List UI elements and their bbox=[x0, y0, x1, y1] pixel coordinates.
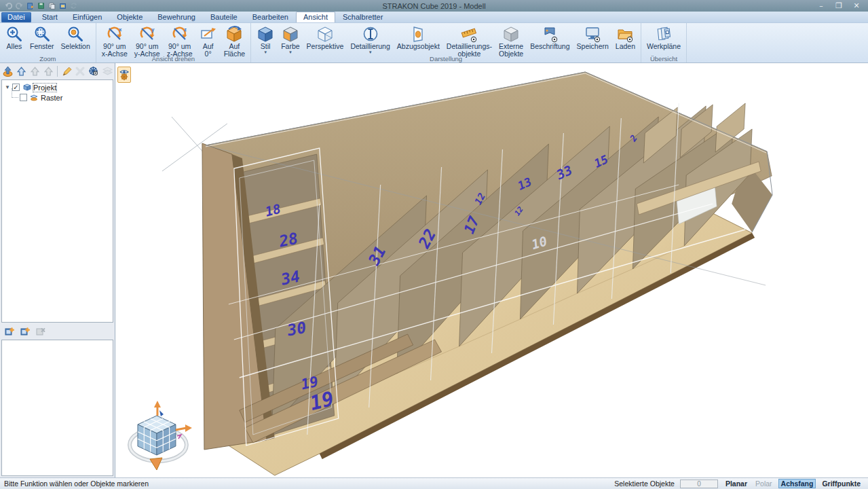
tab-datei[interactable]: Datei bbox=[1, 12, 31, 22]
toggle-achsfang[interactable]: Achsfang bbox=[778, 479, 816, 488]
arrow-up-button[interactable] bbox=[15, 65, 27, 78]
tab-schalbretter[interactable]: Schalbretter bbox=[335, 12, 390, 22]
button-farbe[interactable]: Farbe▼ bbox=[278, 24, 303, 54]
ribbon-group-zoom: AllesFensterSelektionZoom bbox=[0, 23, 96, 62]
title-bar: STRAKON Cube 2019 - Modell –❐✕ bbox=[0, 0, 868, 12]
dropdown-caret-icon[interactable]: ▼ bbox=[263, 51, 267, 54]
tab-einfügen[interactable]: Einfügen bbox=[65, 12, 109, 22]
button-detaillierung[interactable]: Detaillierung▼ bbox=[347, 24, 393, 54]
project-tree[interactable]: ▼ ✓ Projekt Raster bbox=[1, 79, 113, 323]
svg-text:z: z bbox=[184, 26, 187, 33]
arrow-up-button bbox=[29, 65, 41, 78]
model-viewport[interactable]: 1828343019193122171212133315210 bbox=[115, 63, 868, 477]
rotate-to-face-icon bbox=[225, 25, 243, 43]
button-90-um-z-achse[interactable]: z90° um z-Achse bbox=[164, 24, 196, 58]
button-selektion[interactable]: Selektion bbox=[58, 24, 94, 58]
viewport-display-options-button[interactable] bbox=[117, 67, 131, 83]
ribbon-tab-bar: DateiStartEinfügenObjekteBewehrungBautei… bbox=[0, 12, 868, 23]
status-message: Bitte Funktion wählen oder Objekte marki… bbox=[0, 479, 614, 488]
remove-view-icon bbox=[35, 326, 45, 336]
close-button[interactable]: ✕ bbox=[848, 0, 865, 12]
ribbon: AllesFensterSelektionZoomx90° um x-Achse… bbox=[0, 23, 868, 63]
add-view-button[interactable] bbox=[3, 325, 16, 338]
minimize-button[interactable]: – bbox=[812, 0, 830, 12]
arrow-up-icon-disabled bbox=[29, 66, 40, 77]
tree-label-raster[interactable]: Raster bbox=[41, 94, 62, 102]
dropdown-caret-icon[interactable]: ▼ bbox=[369, 51, 373, 54]
rotate-x-icon: x bbox=[106, 25, 124, 43]
visibility-settings-button[interactable] bbox=[88, 65, 100, 78]
view-cube-z-axis-arrow[interactable] bbox=[154, 401, 164, 416]
perspective-icon bbox=[316, 25, 334, 43]
button-auf-fläche[interactable]: Auf Fläche bbox=[221, 24, 249, 58]
tree-expander-icon[interactable]: ▼ bbox=[5, 84, 10, 90]
project-icon bbox=[22, 83, 31, 92]
zoom-selection-icon bbox=[67, 25, 84, 43]
delete-icon bbox=[75, 66, 86, 77]
dropdown-caret-icon[interactable]: ▼ bbox=[288, 51, 293, 54]
raster-checkbox[interactable] bbox=[20, 94, 27, 101]
tree-label-projekt[interactable]: Projekt bbox=[33, 84, 56, 92]
button-detaillierungs-objekte[interactable]: Detaillierungs- objekte bbox=[443, 24, 495, 58]
style-icon bbox=[257, 25, 274, 43]
tab-bewehrung[interactable]: Bewehrung bbox=[150, 12, 203, 22]
model-3d-scene[interactable]: 1828343019193122171212133315210 bbox=[115, 63, 868, 477]
rotate-z-icon: z bbox=[171, 25, 189, 43]
zoom-all-icon bbox=[5, 25, 23, 43]
button-beschriftung[interactable]: Beschriftung bbox=[527, 24, 573, 58]
button-stil[interactable]: Stil▼ bbox=[253, 24, 278, 54]
view-list-panel[interactable] bbox=[1, 340, 113, 476]
tab-ansicht[interactable]: Ansicht bbox=[296, 12, 335, 22]
add-view-icon bbox=[4, 326, 14, 336]
delete-button bbox=[74, 65, 86, 78]
button-fenster[interactable]: Fenster bbox=[26, 24, 58, 58]
reset-rotation-icon bbox=[200, 25, 217, 43]
toggle-griffpunkte[interactable]: Griffpunkte bbox=[820, 479, 863, 488]
ribbon-group-label: Ansicht drehen bbox=[96, 55, 250, 62]
add-view-icon bbox=[20, 326, 30, 336]
view-cube-widget[interactable] bbox=[130, 401, 192, 470]
button-alles[interactable]: Alles bbox=[2, 24, 26, 58]
tree-row-projekt[interactable]: ▼ ✓ Projekt bbox=[2, 82, 113, 92]
button-perspektive[interactable]: Perspektive bbox=[303, 24, 347, 58]
detail-icon bbox=[362, 25, 379, 43]
subtraction-object-icon bbox=[409, 25, 427, 43]
button-90-um-y-achse[interactable]: y90° um y-Achse bbox=[131, 24, 164, 58]
ribbon-group-ansicht-drehen: x90° um x-Achsey90° um y-Achsez90° um z-… bbox=[96, 23, 251, 62]
tab-objekte[interactable]: Objekte bbox=[109, 12, 150, 22]
button-laden[interactable]: Laden bbox=[612, 24, 639, 58]
external-objects-icon bbox=[502, 25, 520, 43]
layers-button bbox=[101, 65, 113, 78]
layers-icon bbox=[102, 66, 113, 77]
detail-objects-icon bbox=[460, 25, 478, 43]
button-90-um-x-achse[interactable]: x90° um x-Achse bbox=[98, 24, 131, 58]
ribbon-group-label: Zoom bbox=[0, 55, 96, 62]
button-externe-objekte[interactable]: Externe Objekte bbox=[495, 24, 527, 58]
button-speichern[interactable]: Speichern bbox=[573, 24, 612, 58]
toggle-polar[interactable]: Polar bbox=[753, 479, 774, 488]
tab-bauteile[interactable]: Bauteile bbox=[203, 12, 245, 22]
button-abzugsobjekt[interactable]: Abzugsobjekt bbox=[394, 24, 443, 58]
tab-bearbeiten[interactable]: Bearbeiten bbox=[245, 12, 296, 22]
sidebar-toolbar bbox=[0, 63, 115, 79]
load-view-icon bbox=[616, 25, 634, 43]
tree-row-raster[interactable]: Raster bbox=[2, 92, 113, 103]
view-cube[interactable] bbox=[138, 416, 176, 455]
paste-object-button[interactable] bbox=[1, 65, 14, 78]
tab-start[interactable]: Start bbox=[35, 12, 65, 22]
button-werkpläne[interactable]: Werkpläne bbox=[643, 24, 684, 58]
zoom-window-icon bbox=[33, 25, 51, 43]
button-auf-0-[interactable]: Auf 0° bbox=[196, 24, 221, 58]
status-bar: Bitte Funktion wählen oder Objekte marki… bbox=[0, 477, 868, 489]
tree-connector bbox=[12, 88, 18, 98]
project-sidebar: ▼ ✓ Projekt Raster bbox=[0, 63, 115, 477]
add-view-button[interactable] bbox=[18, 325, 31, 338]
view-list-toolbar bbox=[0, 323, 115, 340]
toggle-planar[interactable]: Planar bbox=[723, 479, 749, 488]
rotate-y-icon: y bbox=[138, 25, 156, 43]
paste-object-icon bbox=[2, 66, 13, 77]
edit-pencil-button[interactable] bbox=[60, 65, 73, 78]
restore-button[interactable]: ❐ bbox=[830, 0, 848, 12]
ribbon-group-übersicht: WerkpläneÜbersicht bbox=[641, 23, 687, 62]
color-icon bbox=[282, 25, 299, 43]
